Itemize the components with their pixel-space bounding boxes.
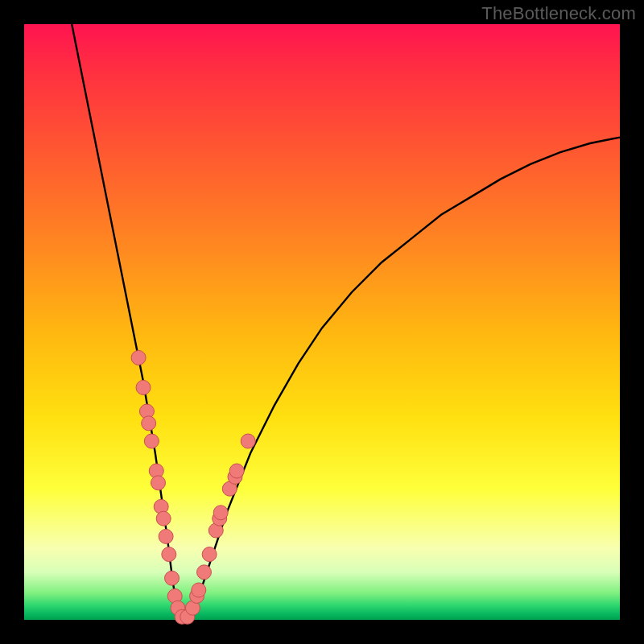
data-marker (202, 547, 217, 562)
data-marker (151, 476, 166, 490)
data-marker (142, 416, 156, 431)
data-marker (136, 380, 151, 394)
chart-svg (24, 24, 620, 620)
data-marker (241, 434, 255, 448)
data-marker (229, 464, 244, 478)
data-marker (159, 529, 173, 543)
marker-group (131, 350, 255, 624)
chart-frame: TheBottleneck.com (0, 0, 644, 644)
data-marker (192, 583, 206, 597)
data-marker (165, 571, 180, 585)
data-marker (131, 350, 146, 365)
plot-area (24, 24, 620, 620)
data-marker (156, 511, 171, 526)
data-marker (162, 547, 176, 562)
data-marker (144, 434, 159, 448)
bottleneck-curve (72, 24, 620, 620)
data-marker (196, 565, 211, 580)
data-marker (213, 506, 228, 520)
watermark-text: TheBottleneck.com (481, 3, 636, 24)
